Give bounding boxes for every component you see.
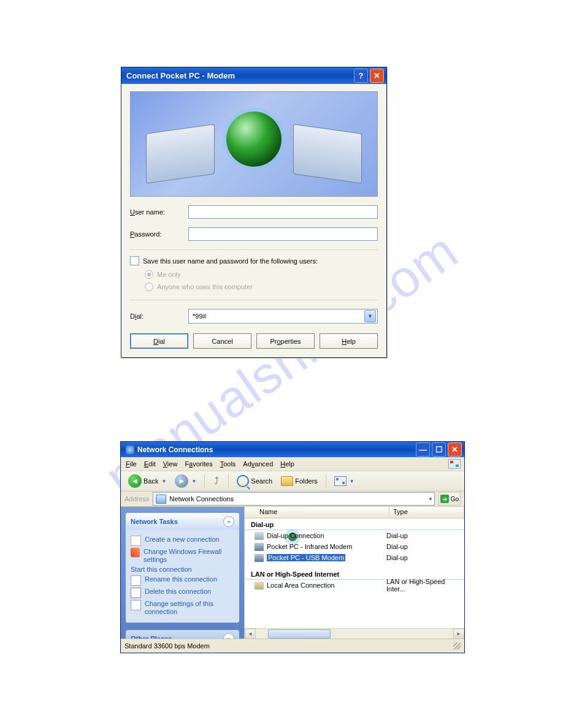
windows-flag-icon <box>448 459 461 469</box>
address-bar: Address Network Connections ▼ ➔ Go <box>121 491 464 507</box>
hero-image <box>130 91 378 197</box>
sidebar-item-start[interactable]: Start this connection <box>131 566 236 574</box>
item-type: LAN or High-Speed Inter... <box>386 578 464 593</box>
network-connections-window: Network Connections — ☐ ✕ File Edit View… <box>120 441 465 653</box>
chevron-down-icon[interactable]: ▼ <box>428 496 433 502</box>
search-button[interactable]: Search <box>234 474 275 488</box>
sidebar-item-delete[interactable]: Delete this connection <box>131 588 236 598</box>
views-button[interactable]: ▼ <box>332 474 357 488</box>
anyone-radio <box>145 282 153 291</box>
forward-icon: ► <box>175 474 188 488</box>
folders-label: Folders <box>295 477 318 485</box>
list-item[interactable]: Dial-up ConnectionDial-up <box>245 530 464 541</box>
chevron-down-icon[interactable]: ▼ <box>191 479 196 484</box>
properties-icon <box>131 600 141 610</box>
globe-icon <box>226 112 282 167</box>
menu-edit[interactable]: Edit <box>144 460 156 468</box>
menu-favorites[interactable]: Favorites <box>185 460 212 468</box>
sidebar-item-firewall[interactable]: Change Windows Firewall settings <box>131 548 236 564</box>
menu-advanced[interactable]: Advanced <box>243 460 273 468</box>
horizontal-scrollbar[interactable]: ◄ ► <box>245 628 464 639</box>
save-label: Save this user name and password for the… <box>143 257 318 265</box>
group-header: Dial-up <box>245 518 464 530</box>
address-value: Network Connections <box>169 495 234 502</box>
window-title: Network Connections <box>137 446 213 454</box>
network-connections-icon <box>156 495 166 504</box>
list-body: Dial-upDial-up ConnectionDial-upPocket P… <box>245 518 464 628</box>
help-button-icon[interactable]: ? <box>354 69 368 83</box>
dialog-titlebar[interactable]: Connect Pocket PC - Modem ? ✕ <box>121 67 386 84</box>
collapse-icon[interactable]: » <box>223 516 234 527</box>
me-only-label: Me only <box>157 271 181 278</box>
go-button[interactable]: ➔ Go <box>439 492 461 506</box>
dial-combobox[interactable]: *99# ▼ <box>188 309 378 324</box>
dial-button[interactable]: Dial <box>130 333 188 349</box>
sidebar-item-rename[interactable]: Rename this connection <box>131 575 236 586</box>
menu-view[interactable]: View <box>163 460 178 468</box>
scroll-track[interactable] <box>256 629 453 639</box>
item-type: Dial-up <box>386 543 464 550</box>
chevron-down-icon[interactable]: ▼ <box>364 310 376 322</box>
forward-button[interactable]: ► ▼ <box>172 474 199 488</box>
anyone-label: Anyone who uses this computer <box>157 283 253 290</box>
menu-help[interactable]: Help <box>280 460 294 468</box>
help-button[interactable]: Help <box>320 333 378 349</box>
scroll-thumb[interactable] <box>268 629 331 639</box>
password-input[interactable] <box>188 227 378 241</box>
expand-icon[interactable]: » <box>223 633 234 639</box>
folder-icon <box>281 476 293 486</box>
other-places-panel: Other Places » <box>126 630 239 639</box>
search-label: Search <box>251 477 272 485</box>
chevron-down-icon[interactable]: ▼ <box>161 479 166 484</box>
sidebar-item-new-connection[interactable]: Create a new connection <box>131 536 236 546</box>
properties-button[interactable]: Properties <box>256 333 315 349</box>
views-icon <box>334 476 347 486</box>
go-label: Go <box>451 496 459 502</box>
up-folder-icon[interactable]: ⤴ <box>210 475 223 487</box>
scroll-right-icon[interactable]: ► <box>453 629 464 639</box>
address-input[interactable]: Network Connections ▼ <box>153 492 435 506</box>
new-connection-icon <box>131 536 141 546</box>
back-button[interactable]: ◄ Back ▼ <box>126 474 169 488</box>
list-item[interactable]: Local Area ConnectionLAN or High-Speed I… <box>245 580 464 591</box>
usb-connection-icon <box>255 554 264 562</box>
save-checkbox[interactable] <box>130 256 139 265</box>
me-only-radio <box>145 270 153 279</box>
column-type[interactable]: Type <box>389 507 464 518</box>
item-type: Dial-up <box>386 554 464 561</box>
minimize-button-icon[interactable]: — <box>416 442 430 457</box>
back-label: Back <box>144 477 158 485</box>
scroll-left-icon[interactable]: ◄ <box>245 629 256 639</box>
folders-button[interactable]: Folders <box>278 474 320 488</box>
window-titlebar[interactable]: Network Connections — ☐ ✕ <box>121 442 464 457</box>
close-button-icon[interactable]: ✕ <box>448 442 462 457</box>
address-label: Address <box>124 495 149 502</box>
status-bar: Standard 33600 bps Modem <box>121 639 464 653</box>
column-name[interactable]: Name <box>245 507 389 518</box>
connect-dialog: Connect Pocket PC - Modem ? ✕ User name:… <box>121 67 387 358</box>
item-name: Pocket PC - Infrared Modem <box>267 543 352 550</box>
item-name: Dial-up Connection <box>267 532 324 539</box>
username-input[interactable] <box>188 205 378 219</box>
ir-connection-icon <box>255 543 264 551</box>
status-text: Standard 33600 bps Modem <box>124 642 210 650</box>
list-item[interactable]: Pocket PC - Infrared ModemDial-up <box>245 541 464 552</box>
other-places-header[interactable]: Other Places » <box>126 630 239 639</box>
side-panel: Network Tasks » Create a new connection … <box>121 507 244 639</box>
firewall-icon <box>131 548 140 557</box>
item-name: Local Area Connection <box>267 582 335 589</box>
menu-tools[interactable]: Tools <box>220 460 236 468</box>
sidebar-item-settings[interactable]: Change settings of this connection <box>131 600 236 616</box>
list-item[interactable]: Pocket PC - USB ModemDial-up <box>245 552 464 563</box>
resize-grip-icon[interactable] <box>453 642 461 650</box>
dial-label: Dial: <box>130 313 188 320</box>
close-button-icon[interactable]: ✕ <box>370 69 384 83</box>
column-headers: Name Type <box>245 507 464 518</box>
maximize-button-icon[interactable]: ☐ <box>432 442 446 457</box>
cancel-button[interactable]: Cancel <box>193 333 251 349</box>
dial-connection-icon <box>255 532 264 540</box>
menu-file[interactable]: File <box>126 460 137 468</box>
network-tasks-panel: Network Tasks » Create a new connection … <box>126 513 239 623</box>
chevron-down-icon[interactable]: ▼ <box>350 479 354 484</box>
network-tasks-header[interactable]: Network Tasks » <box>126 513 239 530</box>
